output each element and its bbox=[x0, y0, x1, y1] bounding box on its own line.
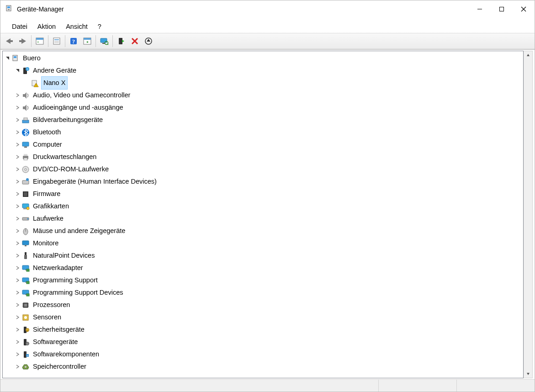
forward-button[interactable] bbox=[16, 34, 30, 48]
menu-action[interactable]: Aktion bbox=[32, 22, 61, 31]
tree-category-label[interactable]: Sicherheitsgeräte bbox=[32, 323, 85, 336]
chevron-right-icon[interactable] bbox=[14, 130, 21, 134]
tree-category-label[interactable]: Bluetooth bbox=[32, 126, 62, 138]
tree-category-node[interactable]: Sicherheitsgeräte bbox=[4, 323, 521, 336]
tree-category-node[interactable]: Grafikkarten bbox=[4, 200, 521, 212]
chevron-right-icon[interactable] bbox=[14, 365, 21, 369]
tree-category-label[interactable]: Programming Support bbox=[32, 274, 99, 286]
chevron-right-icon[interactable] bbox=[14, 241, 21, 245]
tree-category-label[interactable]: Audio, Video und Gamecontroller bbox=[32, 89, 131, 101]
maximize-button[interactable] bbox=[491, 2, 513, 16]
tree-category-node[interactable]: Netzwerkadapter bbox=[4, 262, 521, 274]
menu-view[interactable]: Ansicht bbox=[61, 22, 93, 31]
menu-help[interactable]: ? bbox=[93, 22, 106, 31]
tree-category-label[interactable]: Druckwarteschlangen bbox=[32, 151, 97, 163]
device-tree[interactable]: Buero ? Andere Geräte ! Nano X Audio, Vi… bbox=[3, 51, 523, 375]
tree-category-node[interactable]: Programming Support bbox=[4, 274, 521, 286]
tree-category-label[interactable]: DVD/CD-ROM-Laufwerke bbox=[32, 163, 110, 175]
tree-category-node[interactable]: Programming Support Devices bbox=[4, 286, 521, 299]
tree-category-node[interactable]: Audio, Video und Gamecontroller bbox=[4, 89, 521, 101]
menu-file[interactable]: Datei bbox=[7, 22, 32, 31]
scroll-up-arrow-icon[interactable] bbox=[524, 51, 532, 59]
chevron-down-icon[interactable] bbox=[4, 56, 11, 60]
chevron-right-icon[interactable] bbox=[14, 118, 21, 122]
tree-category-label[interactable]: Mäuse und andere Zeigegeräte bbox=[32, 225, 126, 237]
tree-category-label[interactable]: Audioeingänge und -ausgänge bbox=[32, 101, 124, 114]
tree-category-node[interactable]: ? Andere Geräte bbox=[4, 64, 521, 77]
tree-category-label[interactable]: Computer bbox=[32, 138, 63, 151]
chevron-right-icon[interactable] bbox=[14, 303, 21, 307]
tree-category-node[interactable]: Computer bbox=[4, 138, 521, 151]
enable-device-button[interactable] bbox=[114, 34, 128, 48]
tree-category-label[interactable]: Netzwerkadapter bbox=[32, 262, 84, 274]
tree-category-node[interactable]: Druckwarteschlangen bbox=[4, 151, 521, 163]
properties-button[interactable] bbox=[50, 34, 64, 48]
tree-category-label[interactable]: Laufwerke bbox=[32, 212, 64, 225]
chevron-down-icon[interactable] bbox=[14, 69, 21, 73]
tree-category-node[interactable]: Eingabegeräte (Human Interface Devices) bbox=[4, 175, 521, 188]
chevron-right-icon[interactable] bbox=[14, 167, 21, 171]
tree-category-label[interactable]: Grafikkarten bbox=[32, 200, 70, 212]
tree-category-label[interactable]: Eingabegeräte (Human Interface Devices) bbox=[32, 175, 158, 188]
tree-category-node[interactable]: Mäuse und andere Zeigegeräte bbox=[4, 225, 521, 237]
tree-category-label[interactable]: NaturalPoint Devices bbox=[32, 249, 95, 262]
tree-root-node[interactable]: Buero bbox=[4, 52, 521, 64]
chevron-right-icon[interactable] bbox=[14, 254, 21, 258]
chevron-right-icon[interactable] bbox=[14, 143, 21, 147]
tree-category-node[interactable]: Prozessoren bbox=[4, 299, 521, 311]
back-button[interactable] bbox=[2, 34, 16, 48]
help-button[interactable]: ? bbox=[67, 34, 80, 48]
tree-category-node[interactable]: Bluetooth bbox=[4, 126, 521, 138]
tree-category-label[interactable]: Sensoren bbox=[32, 311, 62, 323]
close-button[interactable] bbox=[513, 2, 535, 16]
chevron-right-icon[interactable] bbox=[14, 291, 21, 295]
tree-category-label[interactable]: Monitore bbox=[32, 237, 59, 249]
chevron-right-icon[interactable] bbox=[14, 192, 21, 196]
tree-category-label[interactable]: Programming Support Devices bbox=[32, 286, 124, 299]
show-hide-console-tree-button[interactable] bbox=[33, 34, 47, 48]
device-tree-panel[interactable]: Buero ? Andere Geräte ! Nano X Audio, Vi… bbox=[2, 51, 524, 378]
chevron-right-icon[interactable] bbox=[14, 93, 21, 97]
chevron-right-icon[interactable] bbox=[14, 204, 21, 208]
tree-category-label[interactable]: Firmware bbox=[32, 188, 61, 200]
scan-hardware-button[interactable] bbox=[97, 34, 111, 48]
tree-category-node[interactable]: Monitore bbox=[4, 237, 521, 249]
tree-category-node[interactable]: Speichercontroller bbox=[4, 360, 521, 373]
uninstall-device-button[interactable] bbox=[128, 34, 142, 48]
chevron-right-icon[interactable] bbox=[14, 266, 21, 270]
tree-device-label[interactable]: Nano X bbox=[41, 76, 68, 90]
tree-category-label[interactable]: Bildverarbeitungsgeräte bbox=[32, 114, 104, 126]
chevron-right-icon[interactable] bbox=[14, 315, 21, 319]
update-driver-button[interactable] bbox=[142, 34, 155, 48]
chevron-right-icon[interactable] bbox=[14, 180, 21, 184]
tree-category-node[interactable]: Laufwerke bbox=[4, 212, 521, 225]
chevron-right-icon[interactable] bbox=[14, 155, 21, 159]
tree-category-node[interactable]: Softwaregeräte bbox=[4, 336, 521, 348]
chevron-right-icon[interactable] bbox=[14, 340, 21, 344]
tree-category-node[interactable]: NaturalPoint Devices bbox=[4, 249, 521, 262]
minimize-button[interactable] bbox=[469, 2, 491, 16]
tree-device-node[interactable]: ! Nano X bbox=[4, 77, 521, 89]
titlebar[interactable]: Geräte-Manager bbox=[0, 0, 535, 18]
tree-category-node[interactable]: Firmware bbox=[4, 188, 521, 200]
tree-category-label[interactable]: Andere Geräte bbox=[32, 64, 77, 77]
chevron-right-icon[interactable] bbox=[14, 106, 21, 110]
tree-category-node[interactable]: Bildverarbeitungsgeräte bbox=[4, 114, 521, 126]
tree-category-label[interactable]: Softwaregeräte bbox=[32, 336, 79, 348]
tree-category-label[interactable]: Prozessoren bbox=[32, 299, 71, 311]
tree-category-node[interactable]: Audioeingänge und -ausgänge bbox=[4, 101, 521, 114]
show-hidden-devices-button[interactable] bbox=[80, 34, 94, 48]
chevron-right-icon[interactable] bbox=[14, 328, 21, 332]
chevron-right-icon[interactable] bbox=[14, 352, 21, 356]
tree-category-label[interactable]: Softwarekomponenten bbox=[32, 348, 100, 360]
tree-category-node[interactable]: Sensoren bbox=[4, 311, 521, 323]
tree-root-label[interactable]: Buero bbox=[22, 52, 42, 64]
scroll-down-arrow-icon[interactable] bbox=[524, 370, 532, 378]
vertical-scrollbar[interactable] bbox=[524, 51, 533, 378]
chevron-right-icon[interactable] bbox=[14, 278, 21, 282]
tree-category-label[interactable]: Speichercontroller bbox=[32, 360, 87, 373]
chevron-right-icon[interactable] bbox=[14, 229, 21, 233]
tree-category-node[interactable]: + Softwarekomponenten bbox=[4, 348, 521, 360]
tree-category-node[interactable]: DVD/CD-ROM-Laufwerke bbox=[4, 163, 521, 175]
chevron-right-icon[interactable] bbox=[14, 217, 21, 221]
